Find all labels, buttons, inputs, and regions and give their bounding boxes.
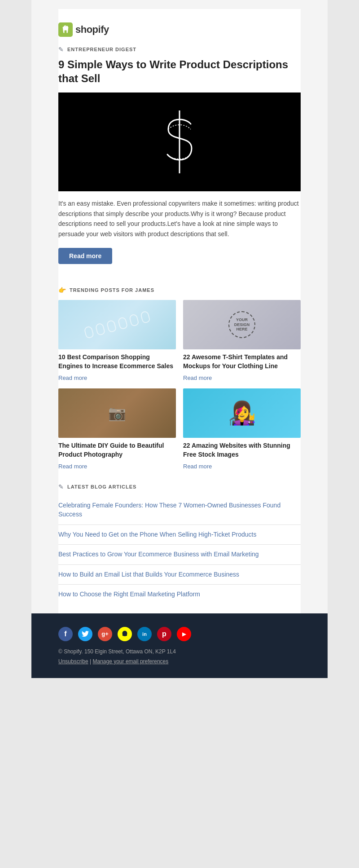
linkedin-icon[interactable]: in <box>137 627 152 641</box>
latest-articles-icon: ✎ <box>58 483 64 490</box>
card-title-tshirt: 22 Awesome T-Shirt Templates and Mockups… <box>183 353 301 370</box>
main-article-section-label: ✎ ENTREPRENEUR DIGEST <box>58 46 301 53</box>
card-image-camera: 📷 <box>58 388 176 438</box>
unsubscribe-link[interactable]: Unsubscribe <box>58 658 88 665</box>
trending-grid: 10 Best Comparison Shopping Engines to I… <box>58 300 301 470</box>
card-image-tshirt: YOURDESIGNHERE <box>183 300 301 349</box>
shopify-logo-icon <box>58 22 73 37</box>
read-more-link-comparison-shopping[interactable]: Read more <box>58 375 87 381</box>
main-article-image <box>58 93 301 191</box>
colorhair-person-icon: 👩‍🎤 <box>228 400 256 426</box>
main-read-more-button[interactable]: Read more <box>58 248 112 264</box>
footer-links: Unsubscribe | Manage your email preferen… <box>58 658 301 665</box>
entrepreneur-digest-icon: ✎ <box>58 46 64 53</box>
trending-card-comparison-shopping: 10 Best Comparison Shopping Engines to I… <box>58 300 176 381</box>
mice-decoration <box>83 309 152 340</box>
youtube-icon[interactable]: ▶ <box>177 627 191 641</box>
facebook-icon[interactable]: f <box>58 627 73 641</box>
snapchat-icon[interactable] <box>118 627 132 641</box>
card-title-comparison-shopping: 10 Best Comparison Shopping Engines to I… <box>58 353 176 370</box>
latest-articles-section: ✎ LATEST BLOG ARTICLES Celebrating Femal… <box>58 483 301 604</box>
email-body: shopify ✎ ENTREPRENEUR DIGEST 9 Simple W… <box>58 9 301 613</box>
twitter-bird-icon <box>82 631 89 637</box>
trending-card-stock-images: 👩‍🎤 22 Amazing Websites with Stunning Fr… <box>183 388 301 470</box>
tshirt-design-circle: YOURDESIGNHERE <box>228 311 255 338</box>
mouse-6 <box>140 310 151 324</box>
trending-section-label: 👉 TRENDING POSTS FOR JAMES <box>58 286 301 294</box>
card-image-mice <box>58 300 176 349</box>
top-spacer <box>31 0 328 9</box>
latest-article-link-email-list[interactable]: How to Build an Email List that Builds Y… <box>58 571 239 578</box>
google-plus-icon[interactable]: g+ <box>98 627 112 641</box>
main-article-excerpt: It's an easy mistake. Even professional … <box>58 198 301 239</box>
social-icons-row: f g+ in p ▶ <box>58 627 301 641</box>
card-title-photography: The Ultimate DIY Guide to Beautiful Prod… <box>58 441 176 459</box>
mouse-5 <box>129 313 140 327</box>
mouse-4 <box>117 317 128 330</box>
latest-article-link-email-best-practices[interactable]: Best Practices to Grow Your Ecommerce Bu… <box>58 551 259 558</box>
mouse-3 <box>106 319 117 333</box>
svg-rect-1 <box>65 31 67 33</box>
trending-card-tshirt: YOURDESIGNHERE 22 Awesome T-Shirt Templa… <box>183 300 301 381</box>
twitter-icon[interactable] <box>78 627 92 641</box>
trending-label-text: TRENDING POSTS FOR JAMES <box>70 287 154 293</box>
manage-preferences-link[interactable]: Manage your email preferences <box>93 658 169 665</box>
mouse-2 <box>95 322 105 336</box>
mouse-1 <box>83 326 94 339</box>
logo-container: shopify <box>58 22 301 37</box>
dollar-sign-svg <box>153 106 206 178</box>
footer: f g+ in p ▶ © Shopify. 150 Elgin Street,… <box>31 613 328 678</box>
logo-text: shopify <box>75 24 109 35</box>
trending-card-photography: 📷 The Ultimate DIY Guide to Beautiful Pr… <box>58 388 176 470</box>
email-wrapper: shopify ✎ ENTREPRENEUR DIGEST 9 Simple W… <box>31 0 328 678</box>
latest-articles-label: LATEST BLOG ARTICLES <box>67 484 136 489</box>
logo-section: shopify <box>58 22 301 46</box>
latest-article-item-email-best-practices: Best Practices to Grow Your Ecommerce Bu… <box>58 545 301 565</box>
latest-article-item-high-ticket: Why You Need to Get on the Phone When Se… <box>58 525 301 545</box>
latest-article-item-email-list: How to Build an Email List that Builds Y… <box>58 565 301 585</box>
card-image-colorhair: 👩‍🎤 <box>183 388 301 438</box>
latest-articles-label-row: ✎ LATEST BLOG ARTICLES <box>58 483 301 490</box>
latest-article-link-email-platform[interactable]: How to Choose the Right Email Marketing … <box>58 590 200 598</box>
read-more-link-photography[interactable]: Read more <box>58 463 87 470</box>
main-article-title: 9 Simple Ways to Write Product Descripti… <box>58 57 301 85</box>
camera-icon: 📷 <box>108 405 126 422</box>
footer-address: © Shopify. 150 Elgin Street, Ottawa ON, … <box>58 648 301 655</box>
read-more-link-stock-images[interactable]: Read more <box>183 463 212 470</box>
entrepreneur-digest-label: ENTREPRENEUR DIGEST <box>67 47 136 52</box>
latest-article-item-email-platform: How to Choose the Right Email Marketing … <box>58 585 301 604</box>
trending-icon: 👉 <box>58 286 66 294</box>
latest-article-link-female-founders[interactable]: Celebrating Female Founders: How These 7… <box>58 502 280 518</box>
card-title-stock-images: 22 Amazing Websites with Stunning Free S… <box>183 441 301 459</box>
read-more-link-tshirt[interactable]: Read more <box>183 375 212 381</box>
pinterest-icon[interactable]: p <box>157 627 171 641</box>
snapchat-ghost-icon <box>121 630 129 638</box>
trending-section: 👉 TRENDING POSTS FOR JAMES <box>58 286 301 470</box>
latest-article-item-female-founders: Celebrating Female Founders: How These 7… <box>58 496 301 524</box>
latest-article-link-high-ticket[interactable]: Why You Need to Get on the Phone When Se… <box>58 531 257 538</box>
